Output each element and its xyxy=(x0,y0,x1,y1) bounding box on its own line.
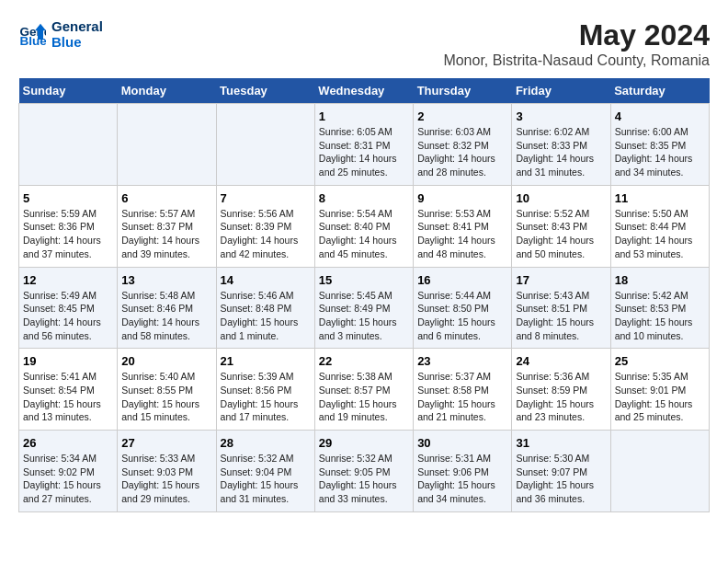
calendar-cell: 1Sunrise: 6:05 AM Sunset: 8:31 PM Daylig… xyxy=(314,104,413,186)
day-content: Sunrise: 5:42 AM Sunset: 8:53 PM Dayligh… xyxy=(615,289,705,343)
calendar-cell: 12Sunrise: 5:49 AM Sunset: 8:45 PM Dayli… xyxy=(19,267,118,349)
week-row-2: 5Sunrise: 5:59 AM Sunset: 8:36 PM Daylig… xyxy=(19,185,710,267)
day-content: Sunrise: 5:41 AM Sunset: 8:54 PM Dayligh… xyxy=(23,370,113,424)
day-number: 4 xyxy=(615,109,705,123)
calendar-cell xyxy=(118,104,216,186)
calendar-cell: 22Sunrise: 5:38 AM Sunset: 8:57 PM Dayli… xyxy=(314,349,413,431)
day-number: 19 xyxy=(23,354,113,368)
col-header-thursday: Thursday xyxy=(414,78,512,104)
day-content: Sunrise: 6:00 AM Sunset: 8:35 PM Dayligh… xyxy=(615,125,705,179)
day-number: 16 xyxy=(417,273,507,287)
day-number: 23 xyxy=(417,354,507,368)
logo-line1: General xyxy=(51,18,103,34)
day-number: 8 xyxy=(319,191,409,205)
calendar-cell: 9Sunrise: 5:53 AM Sunset: 8:41 PM Daylig… xyxy=(414,185,512,267)
day-content: Sunrise: 5:34 AM Sunset: 9:02 PM Dayligh… xyxy=(23,452,113,506)
day-content: Sunrise: 5:49 AM Sunset: 8:45 PM Dayligh… xyxy=(23,289,113,343)
day-number: 7 xyxy=(221,191,311,205)
week-row-1: 1Sunrise: 6:05 AM Sunset: 8:31 PM Daylig… xyxy=(19,104,710,186)
logo-line2: Blue xyxy=(51,34,103,50)
day-number: 11 xyxy=(615,191,705,205)
header: General Blue General Blue May 2024 Monor… xyxy=(18,18,710,69)
calendar-cell xyxy=(216,104,314,186)
calendar-cell xyxy=(19,104,118,186)
calendar-cell: 27Sunrise: 5:33 AM Sunset: 9:03 PM Dayli… xyxy=(118,431,216,512)
calendar-cell xyxy=(610,431,709,512)
day-content: Sunrise: 5:57 AM Sunset: 8:37 PM Dayligh… xyxy=(121,207,211,261)
day-number: 17 xyxy=(516,273,606,287)
day-number: 20 xyxy=(121,354,211,368)
calendar-cell: 13Sunrise: 5:48 AM Sunset: 8:46 PM Dayli… xyxy=(118,267,216,349)
day-content: Sunrise: 6:03 AM Sunset: 8:32 PM Dayligh… xyxy=(417,125,507,179)
calendar-cell: 18Sunrise: 5:42 AM Sunset: 8:53 PM Dayli… xyxy=(610,267,709,349)
logo: General Blue General Blue xyxy=(18,18,103,50)
calendar-cell: 24Sunrise: 5:36 AM Sunset: 8:59 PM Dayli… xyxy=(512,349,610,431)
day-number: 12 xyxy=(23,273,113,287)
day-number: 18 xyxy=(615,273,705,287)
day-number: 28 xyxy=(221,436,311,450)
calendar-cell: 3Sunrise: 6:02 AM Sunset: 8:33 PM Daylig… xyxy=(512,104,610,186)
calendar-cell: 17Sunrise: 5:43 AM Sunset: 8:51 PM Dayli… xyxy=(512,267,610,349)
calendar-cell: 31Sunrise: 5:30 AM Sunset: 9:07 PM Dayli… xyxy=(512,431,610,512)
calendar-cell: 21Sunrise: 5:39 AM Sunset: 8:56 PM Dayli… xyxy=(216,349,314,431)
calendar-cell: 15Sunrise: 5:45 AM Sunset: 8:49 PM Dayli… xyxy=(314,267,413,349)
day-number: 21 xyxy=(221,354,311,368)
subtitle: Monor, Bistrita-Nasaud County, Romania xyxy=(443,52,710,69)
calendar-cell: 25Sunrise: 5:35 AM Sunset: 9:01 PM Dayli… xyxy=(610,349,709,431)
day-number: 10 xyxy=(516,191,606,205)
calendar-cell: 8Sunrise: 5:54 AM Sunset: 8:40 PM Daylig… xyxy=(314,185,413,267)
calendar-cell: 2Sunrise: 6:03 AM Sunset: 8:32 PM Daylig… xyxy=(414,104,512,186)
day-content: Sunrise: 5:37 AM Sunset: 8:58 PM Dayligh… xyxy=(417,370,507,424)
day-content: Sunrise: 5:38 AM Sunset: 8:57 PM Dayligh… xyxy=(319,370,409,424)
title-area: May 2024 Monor, Bistrita-Nasaud County, … xyxy=(443,18,710,69)
calendar-cell: 20Sunrise: 5:40 AM Sunset: 8:55 PM Dayli… xyxy=(118,349,216,431)
day-number: 9 xyxy=(417,191,507,205)
calendar-cell: 10Sunrise: 5:52 AM Sunset: 8:43 PM Dayli… xyxy=(512,185,610,267)
day-content: Sunrise: 5:33 AM Sunset: 9:03 PM Dayligh… xyxy=(121,452,211,506)
day-number: 30 xyxy=(417,436,507,450)
day-number: 5 xyxy=(23,191,113,205)
week-row-4: 19Sunrise: 5:41 AM Sunset: 8:54 PM Dayli… xyxy=(19,349,710,431)
day-content: Sunrise: 5:52 AM Sunset: 8:43 PM Dayligh… xyxy=(516,207,606,261)
main-title: May 2024 xyxy=(443,18,710,52)
day-content: Sunrise: 5:56 AM Sunset: 8:39 PM Dayligh… xyxy=(221,207,311,261)
logo-icon: General Blue xyxy=(18,20,46,48)
day-content: Sunrise: 5:35 AM Sunset: 9:01 PM Dayligh… xyxy=(615,370,705,424)
day-number: 2 xyxy=(417,109,507,123)
calendar-table: SundayMondayTuesdayWednesdayThursdayFrid… xyxy=(18,78,710,512)
calendar-cell: 28Sunrise: 5:32 AM Sunset: 9:04 PM Dayli… xyxy=(216,431,314,512)
calendar-cell: 19Sunrise: 5:41 AM Sunset: 8:54 PM Dayli… xyxy=(19,349,118,431)
col-header-tuesday: Tuesday xyxy=(216,78,314,104)
day-content: Sunrise: 5:48 AM Sunset: 8:46 PM Dayligh… xyxy=(121,289,211,343)
day-number: 15 xyxy=(319,273,409,287)
day-number: 26 xyxy=(23,436,113,450)
day-content: Sunrise: 5:53 AM Sunset: 8:41 PM Dayligh… xyxy=(417,207,507,261)
calendar-cell: 14Sunrise: 5:46 AM Sunset: 8:48 PM Dayli… xyxy=(216,267,314,349)
col-header-saturday: Saturday xyxy=(610,78,709,104)
day-content: Sunrise: 5:32 AM Sunset: 9:04 PM Dayligh… xyxy=(221,452,311,506)
day-content: Sunrise: 5:50 AM Sunset: 8:44 PM Dayligh… xyxy=(615,207,705,261)
day-number: 13 xyxy=(121,273,211,287)
week-row-3: 12Sunrise: 5:49 AM Sunset: 8:45 PM Dayli… xyxy=(19,267,710,349)
col-header-monday: Monday xyxy=(118,78,216,104)
day-content: Sunrise: 5:39 AM Sunset: 8:56 PM Dayligh… xyxy=(221,370,311,424)
day-content: Sunrise: 5:40 AM Sunset: 8:55 PM Dayligh… xyxy=(121,370,211,424)
day-number: 22 xyxy=(319,354,409,368)
day-number: 6 xyxy=(121,191,211,205)
day-number: 31 xyxy=(516,436,606,450)
calendar-cell: 6Sunrise: 5:57 AM Sunset: 8:37 PM Daylig… xyxy=(118,185,216,267)
day-number: 14 xyxy=(221,273,311,287)
day-number: 25 xyxy=(615,354,705,368)
calendar-cell: 5Sunrise: 5:59 AM Sunset: 8:36 PM Daylig… xyxy=(19,185,118,267)
calendar-cell: 26Sunrise: 5:34 AM Sunset: 9:02 PM Dayli… xyxy=(19,431,118,512)
day-content: Sunrise: 5:54 AM Sunset: 8:40 PM Dayligh… xyxy=(319,207,409,261)
col-header-friday: Friday xyxy=(512,78,610,104)
day-content: Sunrise: 5:43 AM Sunset: 8:51 PM Dayligh… xyxy=(516,289,606,343)
day-content: Sunrise: 5:59 AM Sunset: 8:36 PM Dayligh… xyxy=(23,207,113,261)
day-content: Sunrise: 5:30 AM Sunset: 9:07 PM Dayligh… xyxy=(516,452,606,506)
calendar-cell: 29Sunrise: 5:32 AM Sunset: 9:05 PM Dayli… xyxy=(314,431,413,512)
day-content: Sunrise: 6:02 AM Sunset: 8:33 PM Dayligh… xyxy=(516,125,606,179)
day-content: Sunrise: 5:46 AM Sunset: 8:48 PM Dayligh… xyxy=(221,289,311,343)
calendar-cell: 23Sunrise: 5:37 AM Sunset: 8:58 PM Dayli… xyxy=(414,349,512,431)
day-number: 27 xyxy=(121,436,211,450)
